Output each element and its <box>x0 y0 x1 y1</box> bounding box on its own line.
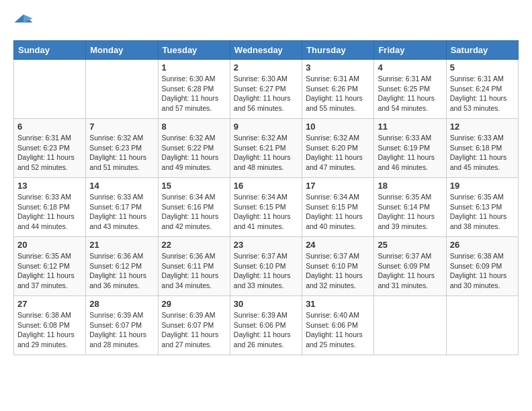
calendar-cell: 19Sunrise: 6:35 AM Sunset: 6:13 PM Dayli… <box>446 178 518 237</box>
day-number: 9 <box>234 122 298 132</box>
day-info: Sunrise: 6:38 AM Sunset: 6:09 PM Dayligh… <box>450 251 515 291</box>
day-info: Sunrise: 6:30 AM Sunset: 6:27 PM Dayligh… <box>234 74 298 113</box>
day-info: Sunrise: 6:39 AM Sunset: 6:06 PM Dayligh… <box>234 310 298 350</box>
page-header <box>13 13 519 34</box>
day-info: Sunrise: 6:35 AM Sunset: 6:12 PM Dayligh… <box>17 251 82 291</box>
day-info: Sunrise: 6:32 AM Sunset: 6:22 PM Dayligh… <box>162 133 226 173</box>
day-number: 13 <box>17 181 82 191</box>
day-number: 8 <box>162 122 226 132</box>
day-number: 5 <box>450 62 515 73</box>
day-number: 16 <box>234 181 298 191</box>
day-info: Sunrise: 6:34 AM Sunset: 6:16 PM Dayligh… <box>162 192 226 232</box>
calendar-cell: 9Sunrise: 6:32 AM Sunset: 6:21 PM Daylig… <box>230 119 302 178</box>
day-number: 26 <box>450 240 515 250</box>
day-info: Sunrise: 6:32 AM Sunset: 6:21 PM Dayligh… <box>234 133 298 173</box>
calendar-cell: 10Sunrise: 6:32 AM Sunset: 6:20 PM Dayli… <box>302 119 374 178</box>
calendar-cell <box>374 296 446 355</box>
day-number: 10 <box>306 122 370 132</box>
calendar-week-row: 20Sunrise: 6:35 AM Sunset: 6:12 PM Dayli… <box>14 237 519 296</box>
calendar-cell: 8Sunrise: 6:32 AM Sunset: 6:22 PM Daylig… <box>158 119 230 178</box>
calendar-cell: 23Sunrise: 6:37 AM Sunset: 6:10 PM Dayli… <box>230 237 302 296</box>
weekday-header: Tuesday <box>158 41 230 60</box>
day-number: 11 <box>378 122 442 132</box>
calendar-cell: 13Sunrise: 6:33 AM Sunset: 6:18 PM Dayli… <box>14 178 86 237</box>
calendar-cell: 25Sunrise: 6:37 AM Sunset: 6:09 PM Dayli… <box>374 237 446 296</box>
day-info: Sunrise: 6:31 AM Sunset: 6:25 PM Dayligh… <box>378 74 442 113</box>
day-number: 12 <box>450 122 515 132</box>
calendar-cell: 20Sunrise: 6:35 AM Sunset: 6:12 PM Dayli… <box>14 237 86 296</box>
calendar-cell: 18Sunrise: 6:35 AM Sunset: 6:14 PM Dayli… <box>374 178 446 237</box>
day-number: 22 <box>162 240 226 250</box>
calendar-cell: 3Sunrise: 6:31 AM Sunset: 6:26 PM Daylig… <box>302 60 374 119</box>
calendar-cell: 30Sunrise: 6:39 AM Sunset: 6:06 PM Dayli… <box>230 296 302 355</box>
day-info: Sunrise: 6:30 AM Sunset: 6:28 PM Dayligh… <box>162 74 226 113</box>
calendar-cell: 31Sunrise: 6:40 AM Sunset: 6:06 PM Dayli… <box>302 296 374 355</box>
day-number: 28 <box>89 299 154 309</box>
day-number: 20 <box>17 240 82 250</box>
day-number: 15 <box>162 181 226 191</box>
calendar-cell: 15Sunrise: 6:34 AM Sunset: 6:16 PM Dayli… <box>158 178 230 237</box>
day-number: 17 <box>306 181 370 191</box>
day-info: Sunrise: 6:33 AM Sunset: 6:17 PM Dayligh… <box>89 192 154 232</box>
logo <box>13 13 36 34</box>
calendar-cell: 26Sunrise: 6:38 AM Sunset: 6:09 PM Dayli… <box>446 237 518 296</box>
day-number: 4 <box>378 62 442 73</box>
calendar-header-row: SundayMondayTuesdayWednesdayThursdayFrid… <box>14 41 519 60</box>
day-info: Sunrise: 6:36 AM Sunset: 6:12 PM Dayligh… <box>89 251 154 291</box>
calendar-cell: 24Sunrise: 6:37 AM Sunset: 6:10 PM Dayli… <box>302 237 374 296</box>
weekday-header: Sunday <box>14 41 86 60</box>
day-info: Sunrise: 6:40 AM Sunset: 6:06 PM Dayligh… <box>306 310 370 350</box>
day-number: 23 <box>234 240 298 250</box>
calendar-cell: 21Sunrise: 6:36 AM Sunset: 6:12 PM Dayli… <box>86 237 158 296</box>
day-number: 21 <box>89 240 154 250</box>
calendar-cell: 27Sunrise: 6:38 AM Sunset: 6:08 PM Dayli… <box>14 296 86 355</box>
day-number: 18 <box>378 181 442 191</box>
weekday-header: Wednesday <box>230 41 302 60</box>
calendar-cell: 28Sunrise: 6:39 AM Sunset: 6:07 PM Dayli… <box>86 296 158 355</box>
day-info: Sunrise: 6:34 AM Sunset: 6:15 PM Dayligh… <box>234 192 298 232</box>
calendar-cell: 12Sunrise: 6:33 AM Sunset: 6:18 PM Dayli… <box>446 119 518 178</box>
calendar-cell <box>86 60 158 119</box>
calendar-cell: 17Sunrise: 6:34 AM Sunset: 6:15 PM Dayli… <box>302 178 374 237</box>
calendar-cell: 5Sunrise: 6:31 AM Sunset: 6:24 PM Daylig… <box>446 60 518 119</box>
calendar-cell: 1Sunrise: 6:30 AM Sunset: 6:28 PM Daylig… <box>158 60 230 119</box>
day-number: 7 <box>89 122 154 132</box>
day-info: Sunrise: 6:31 AM Sunset: 6:24 PM Dayligh… <box>450 74 515 113</box>
calendar-cell: 2Sunrise: 6:30 AM Sunset: 6:27 PM Daylig… <box>230 60 302 119</box>
calendar-cell: 4Sunrise: 6:31 AM Sunset: 6:25 PM Daylig… <box>374 60 446 119</box>
day-number: 25 <box>378 240 442 250</box>
weekday-header: Monday <box>86 41 158 60</box>
calendar-cell <box>446 296 518 355</box>
day-info: Sunrise: 6:33 AM Sunset: 6:18 PM Dayligh… <box>17 192 82 232</box>
day-number: 6 <box>17 122 82 132</box>
weekday-header: Saturday <box>446 41 518 60</box>
calendar-week-row: 6Sunrise: 6:31 AM Sunset: 6:23 PM Daylig… <box>14 119 519 178</box>
weekday-header: Friday <box>374 41 446 60</box>
calendar-cell: 14Sunrise: 6:33 AM Sunset: 6:17 PM Dayli… <box>86 178 158 237</box>
day-number: 31 <box>306 299 370 309</box>
day-number: 27 <box>17 299 82 309</box>
calendar-table: SundayMondayTuesdayWednesdayThursdayFrid… <box>13 40 519 355</box>
day-info: Sunrise: 6:32 AM Sunset: 6:23 PM Dayligh… <box>89 133 154 173</box>
calendar-cell: 11Sunrise: 6:33 AM Sunset: 6:19 PM Dayli… <box>374 119 446 178</box>
day-info: Sunrise: 6:37 AM Sunset: 6:10 PM Dayligh… <box>306 251 370 291</box>
day-number: 30 <box>234 299 298 309</box>
calendar-cell: 7Sunrise: 6:32 AM Sunset: 6:23 PM Daylig… <box>86 119 158 178</box>
calendar-cell: 16Sunrise: 6:34 AM Sunset: 6:15 PM Dayli… <box>230 178 302 237</box>
calendar-cell: 29Sunrise: 6:39 AM Sunset: 6:07 PM Dayli… <box>158 296 230 355</box>
calendar-week-row: 27Sunrise: 6:38 AM Sunset: 6:08 PM Dayli… <box>14 296 519 355</box>
day-info: Sunrise: 6:37 AM Sunset: 6:10 PM Dayligh… <box>234 251 298 291</box>
day-info: Sunrise: 6:33 AM Sunset: 6:19 PM Dayligh… <box>378 133 442 173</box>
day-number: 24 <box>306 240 370 250</box>
day-info: Sunrise: 6:36 AM Sunset: 6:11 PM Dayligh… <box>162 251 226 291</box>
calendar-cell <box>14 60 86 119</box>
day-info: Sunrise: 6:35 AM Sunset: 6:13 PM Dayligh… <box>450 192 515 232</box>
day-info: Sunrise: 6:39 AM Sunset: 6:07 PM Dayligh… <box>162 310 226 350</box>
day-info: Sunrise: 6:33 AM Sunset: 6:18 PM Dayligh… <box>450 133 515 173</box>
day-info: Sunrise: 6:39 AM Sunset: 6:07 PM Dayligh… <box>89 310 154 350</box>
calendar-week-row: 1Sunrise: 6:30 AM Sunset: 6:28 PM Daylig… <box>14 60 519 119</box>
day-number: 3 <box>306 62 370 73</box>
day-info: Sunrise: 6:37 AM Sunset: 6:09 PM Dayligh… <box>378 251 442 291</box>
day-info: Sunrise: 6:31 AM Sunset: 6:26 PM Dayligh… <box>306 74 370 113</box>
logo-icon <box>13 13 34 34</box>
